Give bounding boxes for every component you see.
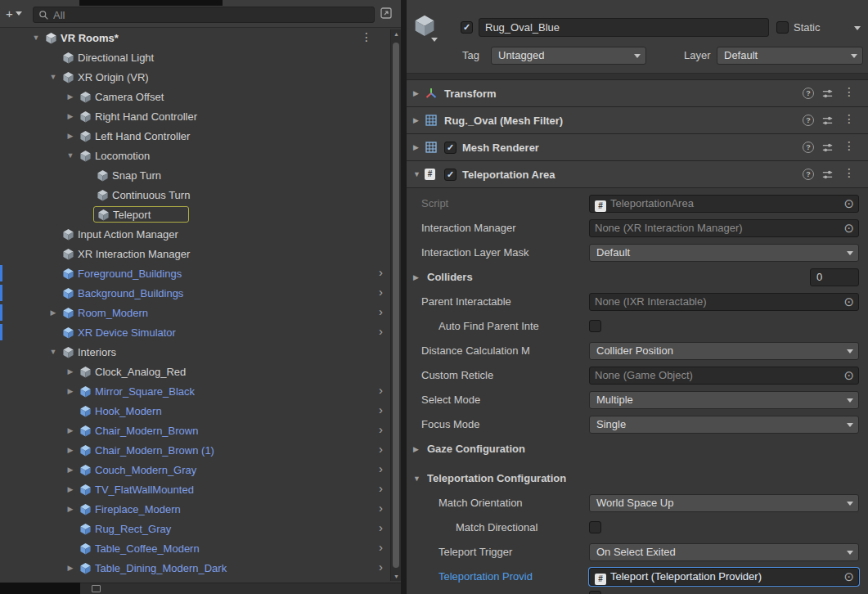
search-window-icon[interactable]	[380, 7, 394, 20]
hierarchy-item[interactable]: Background_Buildings›	[0, 283, 401, 303]
scrollbar-thumb[interactable]	[393, 43, 399, 568]
foldout-arrow[interactable]: ▶	[45, 308, 61, 317]
scroll-down-icon[interactable]: ▼	[391, 574, 401, 579]
kebab-menu-icon[interactable]: ⋮	[843, 85, 855, 98]
hierarchy-item[interactable]: ▶Left Hand Controller	[0, 126, 401, 146]
object-picker-icon[interactable]: ⊙	[843, 569, 854, 585]
open-prefab-chevron[interactable]: ›	[379, 540, 383, 554]
help-icon[interactable]: ?	[803, 88, 814, 99]
open-prefab-chevron[interactable]: ›	[379, 481, 383, 495]
hierarchy-item[interactable]: ▶Mirror_Square_Black›	[0, 381, 401, 401]
hierarchy-item[interactable]: Rug_Rect_Gray›	[0, 519, 401, 538]
open-prefab-chevron[interactable]: ›	[379, 442, 383, 456]
object-picker-icon[interactable]: ⊙	[843, 367, 854, 384]
open-prefab-chevron[interactable]: ›	[379, 560, 383, 574]
open-prefab-chevron[interactable]: ›	[379, 403, 383, 416]
layer-dropdown[interactable]: Default	[717, 47, 863, 65]
component-header[interactable]: ▶Rug._Oval (Mesh Filter)?⋮	[407, 107, 868, 134]
active-checkbox[interactable]: ✓	[461, 21, 473, 34]
hierarchy-scrollbar[interactable]: ▲ ▼	[390, 29, 401, 581]
dropdown-field[interactable]: World Space Up	[589, 494, 859, 512]
hierarchy-item[interactable]: Snap Turn	[0, 165, 401, 185]
foldout-arrow[interactable]: ▼	[413, 475, 421, 483]
object-picker-icon[interactable]: ⊙	[843, 294, 854, 310]
open-prefab-chevron[interactable]: ›	[379, 285, 383, 299]
scene-header[interactable]: ▼ VR Rooms* ⋮	[0, 28, 401, 47]
foldout-arrow[interactable]: ▼	[62, 151, 79, 160]
hierarchy-item[interactable]: XR Interaction Manager	[0, 244, 401, 263]
int-field[interactable]: 0	[810, 268, 859, 286]
component-enabled-checkbox[interactable]: ✓	[444, 169, 456, 181]
help-icon[interactable]: ?	[803, 142, 814, 153]
dropdown-field[interactable]: Single	[589, 416, 859, 434]
help-icon[interactable]: ?	[803, 115, 814, 126]
help-icon[interactable]: ?	[803, 169, 814, 180]
kebab-menu-icon[interactable]: ⋮	[361, 30, 373, 43]
foldout-arrow[interactable]: ▼	[413, 170, 425, 178]
foldout-arrow[interactable]: ▶	[62, 112, 79, 120]
foldout-arrow[interactable]: ▶	[62, 485, 79, 493]
open-prefab-chevron[interactable]: ›	[379, 304, 383, 318]
foldout-arrow[interactable]: ▶	[62, 564, 79, 572]
open-prefab-chevron[interactable]: ›	[379, 324, 383, 338]
dropdown-field[interactable]: Default	[589, 244, 859, 262]
foldout-arrow[interactable]: ▶	[413, 445, 419, 453]
preset-icon[interactable]	[821, 142, 834, 156]
object-field[interactable]: None (IXR Interactable)⊙	[589, 293, 859, 311]
foldout-arrow[interactable]: ▶	[62, 446, 79, 454]
hierarchy-item[interactable]: ▼Locomotion	[0, 146, 401, 165]
open-prefab-chevron[interactable]: ›	[379, 520, 383, 534]
preset-icon[interactable]	[821, 115, 834, 129]
hierarchy-item[interactable]: ▼Interiors	[0, 342, 401, 362]
open-prefab-chevron[interactable]: ›	[379, 461, 383, 475]
hierarchy-item[interactable]: ▶Fireplace_Modern›	[0, 499, 401, 519]
dropdown-field[interactable]: Collider Position	[589, 342, 859, 360]
hierarchy-item[interactable]: Table_Coffee_Modern›	[0, 538, 401, 558]
open-prefab-chevron[interactable]: ›	[379, 265, 383, 279]
preset-icon[interactable]	[821, 169, 834, 183]
open-prefab-chevron[interactable]: ›	[379, 501, 383, 515]
component-header[interactable]: ▼#✓Teleportation Area?⋮	[407, 161, 868, 188]
gameobject-name-field[interactable]: Rug_Oval_Blue	[479, 18, 769, 37]
hierarchy-item[interactable]: ▶Chair_Modern_Brown›	[0, 421, 401, 440]
static-dropdown-icon[interactable]	[854, 26, 861, 30]
object-picker-icon[interactable]: ⊙	[843, 196, 854, 212]
hierarchy-item[interactable]: Continuous Turn	[0, 185, 401, 205]
dropdown-field[interactable]: Multiple	[589, 391, 859, 409]
object-field[interactable]: #Teleport (Teleportation Provider)⊙	[589, 568, 859, 586]
tag-dropdown[interactable]: Untagged	[491, 47, 646, 65]
foldout-arrow[interactable]: ▶	[62, 505, 79, 513]
scroll-up-icon[interactable]: ▲	[391, 31, 401, 37]
object-field[interactable]: None (XR Interaction Manager)⊙	[589, 219, 859, 237]
hierarchy-item[interactable]: ▶Couch_Modern_Gray›	[0, 460, 401, 479]
hierarchy-item[interactable]: ▼XR Origin (VR)	[0, 67, 401, 87]
add-object-button[interactable]: +	[6, 7, 22, 20]
foldout-arrow[interactable]: ▶	[62, 367, 79, 376]
gameobject-icon[interactable]	[413, 14, 436, 37]
foldout-arrow[interactable]: ▶	[62, 466, 79, 474]
hierarchy-item[interactable]: ▶TV_FlatWallMounted›	[0, 479, 401, 499]
foldout-arrow[interactable]: ▶	[413, 273, 419, 281]
hierarchy-item[interactable]: ▶Clock_Analog_Red	[0, 362, 401, 381]
dropdown-field[interactable]: On Select Exited	[589, 543, 859, 561]
component-header[interactable]: ▶Transform?⋮	[407, 80, 868, 107]
object-picker-icon[interactable]: ⊙	[843, 220, 854, 236]
static-checkbox[interactable]	[776, 21, 789, 34]
component-header[interactable]: ▶✓Mesh Renderer?⋮	[407, 134, 868, 161]
foldout-arrow[interactable]: ▶	[413, 143, 425, 151]
preset-icon[interactable]	[821, 88, 834, 102]
hierarchy-search[interactable]	[33, 7, 375, 23]
foldout-arrow[interactable]: ▶	[413, 89, 425, 97]
property-checkbox[interactable]	[589, 320, 601, 332]
foldout-arrow[interactable]: ▶	[62, 132, 79, 140]
hierarchy-item[interactable]: ▶Chair_Modern_Brown (1)›	[0, 440, 401, 460]
open-prefab-chevron[interactable]: ›	[379, 422, 383, 436]
hierarchy-item[interactable]: ▶Right Hand Controller	[0, 106, 401, 126]
property-checkbox[interactable]	[589, 521, 601, 533]
hierarchy-item[interactable]: Teleport	[0, 205, 401, 224]
hierarchy-item[interactable]: ▶Room_Modern›	[0, 303, 401, 322]
foldout-arrow[interactable]: ▼	[45, 348, 61, 356]
panel-splitter[interactable]	[401, 0, 407, 594]
kebab-menu-icon[interactable]: ⋮	[843, 166, 855, 179]
foldout-arrow[interactable]: ▼	[45, 73, 61, 81]
